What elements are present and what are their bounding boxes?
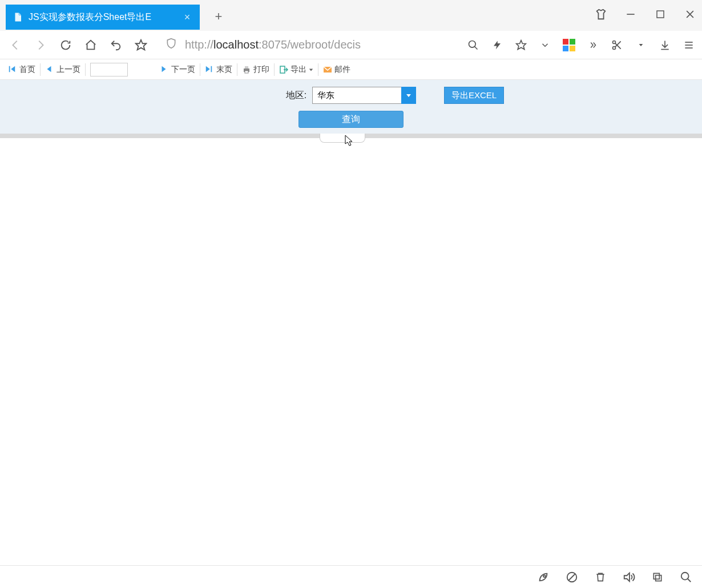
prev-page-icon [45, 65, 54, 74]
svg-rect-37 [656, 575, 661, 581]
lightning-icon[interactable] [489, 37, 506, 54]
apps-grid-icon[interactable] [560, 37, 578, 54]
status-bar [0, 565, 702, 588]
block-icon[interactable] [564, 569, 580, 585]
svg-marker-8 [517, 40, 526, 49]
browser-tab-active[interactable]: JS实现参数报表分Sheet导出E × [6, 5, 200, 30]
close-window-button[interactable] [681, 6, 699, 23]
chevron-down-icon[interactable] [536, 37, 554, 54]
scissors-dropdown-icon[interactable] [632, 37, 649, 54]
last-page-label: 末页 [216, 65, 232, 75]
svg-rect-24 [211, 66, 212, 72]
svg-marker-31 [406, 94, 411, 97]
svg-rect-1 [657, 11, 664, 18]
shirt-icon[interactable] [592, 6, 610, 23]
panel-divider [0, 134, 702, 138]
region-combobox[interactable] [312, 87, 416, 104]
first-page-label: 首页 [19, 65, 35, 75]
mail-label: 邮件 [334, 65, 350, 75]
file-icon [13, 11, 23, 23]
svg-point-5 [469, 41, 476, 47]
download-icon[interactable] [656, 37, 673, 54]
parameter-panel: 地区: 导出EXCEL 查询 [0, 80, 702, 134]
tab-close-button[interactable]: × [181, 11, 193, 23]
shield-icon [166, 38, 178, 52]
next-page-button[interactable]: 下一页 [155, 63, 200, 76]
svg-marker-20 [11, 66, 15, 72]
svg-marker-23 [206, 66, 210, 72]
svg-marker-21 [47, 66, 51, 72]
home-button[interactable] [80, 34, 102, 56]
export-excel-button[interactable]: 导出EXCEL [444, 87, 504, 104]
svg-marker-22 [162, 66, 166, 72]
reload-button[interactable] [55, 34, 76, 56]
query-button[interactable]: 查询 [298, 111, 404, 128]
url-port: :8075 [259, 38, 287, 51]
svg-point-39 [681, 572, 689, 579]
rocket-icon[interactable] [535, 569, 551, 585]
menu-icon[interactable] [680, 37, 697, 54]
address-bar: http://localhost:8075/webroot/decis [0, 31, 702, 59]
scissors-icon[interactable] [608, 37, 626, 54]
region-input[interactable] [312, 87, 401, 104]
url-text: http://localhost:8075/webroot/decis [185, 38, 361, 51]
last-page-icon [205, 65, 214, 74]
svg-marker-36 [624, 573, 630, 581]
chevron-down-icon [309, 67, 313, 72]
prev-page-label: 上一页 [57, 65, 80, 75]
browser-tab-bar: JS实现参数报表分Sheet导出E × + [0, 0, 702, 31]
svg-rect-26 [245, 66, 248, 69]
prev-page-button[interactable]: 上一页 [41, 63, 86, 76]
maximize-button[interactable] [652, 6, 669, 23]
svg-rect-38 [653, 573, 659, 579]
svg-rect-27 [245, 71, 248, 73]
export-label: 导出 [291, 65, 306, 75]
svg-point-33 [543, 575, 546, 577]
url-scheme: http:// [185, 38, 213, 51]
tab-title: JS实现参数报表分Sheet导出E [29, 11, 181, 23]
print-button[interactable]: 打印 [237, 63, 275, 76]
address-right-tools [465, 37, 697, 54]
mail-button[interactable]: 邮件 [318, 63, 355, 76]
undo-button[interactable] [105, 34, 127, 56]
collapse-handle[interactable] [320, 134, 365, 143]
export-icon [279, 65, 288, 74]
svg-line-40 [688, 578, 691, 582]
window-controls [592, 6, 699, 23]
new-tab-button[interactable]: + [210, 8, 227, 25]
url-host: localhost [213, 38, 259, 51]
minimize-button[interactable] [622, 6, 639, 23]
print-label: 打印 [253, 65, 269, 75]
url-path: /webroot/decis [287, 38, 361, 51]
combo-dropdown-button[interactable] [401, 87, 416, 104]
more-chevrons-icon[interactable] [584, 37, 602, 54]
svg-marker-29 [309, 69, 313, 71]
svg-line-35 [569, 574, 575, 580]
first-page-icon [8, 65, 17, 74]
mail-icon [323, 65, 332, 74]
svg-line-6 [475, 46, 478, 49]
svg-marker-7 [494, 41, 501, 49]
next-page-icon [160, 65, 169, 74]
url-input[interactable]: http://localhost:8075/webroot/decis [159, 34, 453, 56]
region-label: 地区: [286, 90, 306, 102]
export-dropdown-button[interactable]: 导出 [275, 63, 318, 76]
search-icon[interactable] [678, 569, 694, 585]
next-page-label: 下一页 [171, 65, 195, 75]
page-number-input[interactable] [90, 63, 128, 76]
nav-back-button[interactable] [5, 34, 26, 56]
svg-marker-4 [136, 39, 146, 49]
svg-rect-19 [9, 66, 10, 72]
volume-icon[interactable] [621, 569, 637, 585]
print-icon [242, 65, 251, 74]
report-toolbar: 首页 上一页 下一页 末页 打印 导出 邮件 [0, 59, 702, 80]
nav-forward-button[interactable] [30, 34, 51, 56]
bookmark-star-button[interactable] [130, 34, 152, 56]
svg-marker-13 [639, 44, 643, 46]
first-page-button[interactable]: 首页 [3, 63, 41, 76]
trash-icon[interactable] [592, 569, 608, 585]
last-page-button[interactable]: 末页 [200, 63, 237, 76]
copy-icon[interactable] [649, 569, 665, 585]
zoom-icon[interactable] [465, 37, 482, 54]
favorite-star-icon[interactable] [513, 37, 530, 54]
